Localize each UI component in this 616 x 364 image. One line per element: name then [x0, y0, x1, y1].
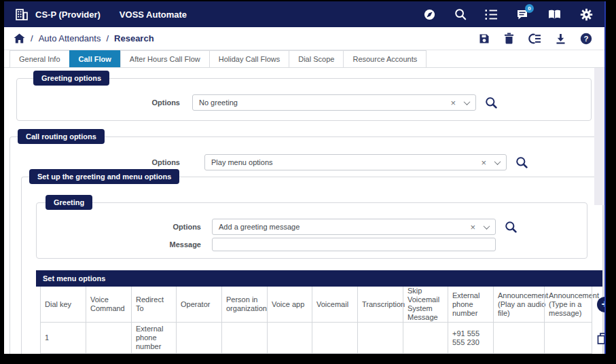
cell-transcription — [357, 323, 403, 354]
notifications-chat-icon[interactable]: 0 — [516, 8, 529, 20]
options-label: Options — [17, 98, 180, 107]
greeting-options-panel: Greeting options Options No greeting × — [16, 78, 592, 121]
lookup-search-icon[interactable] — [485, 96, 497, 109]
cell-dial-key: 1 — [40, 323, 86, 354]
options-label: Options — [10, 158, 180, 166]
task-list-icon[interactable] — [485, 9, 498, 20]
home-icon[interactable] — [14, 33, 25, 43]
lookup-search-icon[interactable] — [515, 156, 528, 168]
clear-selection-icon[interactable]: × — [481, 158, 486, 167]
call-routing-field: Options Play menu options × — [10, 154, 603, 170]
breadcrumb-separator: / — [106, 33, 109, 43]
greeting-message-field: Message — [37, 238, 587, 251]
options-label: Options — [37, 223, 201, 231]
greeting-panel: Greeting Options Add a greeting message … — [36, 202, 587, 259]
column-header-person-in-organization: Person in organization — [221, 287, 267, 323]
chevron-down-icon[interactable] — [484, 223, 490, 230]
tab-call-flow[interactable]: Call Flow — [69, 50, 120, 67]
menu-options-table: Dial key Voice Command Redirect To Opera… — [40, 287, 602, 354]
call-routing-select[interactable]: Play menu options × — [204, 154, 507, 170]
settings-gear-icon[interactable] — [580, 8, 593, 21]
export-download-icon[interactable] — [556, 33, 566, 44]
tab-general-info[interactable]: General Info — [10, 50, 69, 67]
app-title: VOSS Automate — [120, 10, 187, 20]
clone-actions-icon[interactable] — [528, 33, 541, 44]
column-header-announcement-message: Announcement (Type in a message) — [544, 287, 592, 323]
cell-external-phone-number: +91 555 555 230 — [448, 323, 493, 354]
delete-trash-icon[interactable] — [504, 33, 514, 44]
breadcrumb: / Auto Attendants / Research — [14, 33, 154, 43]
clear-selection-icon[interactable]: × — [470, 223, 475, 232]
documentation-book-icon[interactable] — [547, 9, 562, 20]
add-row-button[interactable]: + — [597, 297, 604, 312]
breadcrumb-separator: / — [31, 33, 33, 43]
cell-voicemail — [312, 323, 357, 354]
message-label: Message — [37, 240, 201, 249]
table-header-actions: + — [592, 287, 604, 323]
table-row: 1 External phone number +91 555 555 230 — [40, 323, 602, 354]
org-selector[interactable]: CS-P (Provider) — [35, 10, 101, 20]
cell-announcement-message — [544, 323, 592, 354]
column-header-voicemail: Voicemail — [312, 287, 357, 323]
row-actions — [592, 323, 604, 354]
organization-building-icon — [16, 9, 28, 20]
call-routing-options-panel: Call routing options Options Play menu o… — [10, 136, 604, 354]
tab-after-hours-call-flow[interactable]: After Hours Call Flow — [120, 50, 209, 67]
app-window: CS-P (Provider) VOSS Automate — [4, 1, 606, 354]
setup-greeting-menu-panel: Set up the greeting and menu options Gre… — [21, 177, 603, 354]
column-header-transcription: Transcription — [357, 287, 403, 323]
selected-value: No greeting — [199, 98, 238, 107]
brand: CS-P (Provider) — [16, 9, 101, 20]
column-header-announcement-audio: Announcement (Play an audio file) — [493, 287, 544, 323]
lookup-search-icon[interactable] — [505, 221, 517, 233]
tab-holiday-call-flows[interactable]: Holiday Call Flows — [209, 50, 289, 67]
top-app-bar: CS-P (Provider) VOSS Automate — [4, 1, 604, 27]
column-header-dial-key: Dial key — [40, 287, 86, 323]
set-menu-options-section: Set menu options Dial key Voice Command … — [36, 270, 602, 354]
selected-value: Add a greeting message — [219, 223, 300, 231]
cell-announcement-audio — [493, 323, 544, 354]
search-icon[interactable] — [454, 8, 467, 20]
cell-redirect-to: External phone number — [131, 323, 176, 354]
clear-selection-icon[interactable]: × — [450, 98, 456, 107]
greeting-message-select[interactable]: Add a greeting message × — [212, 219, 496, 235]
setup-panel-title: Set up the greeting and menu options — [29, 169, 179, 184]
cell-voice-command — [86, 323, 131, 354]
cell-person-in-organization — [221, 323, 267, 354]
column-header-voice-command: Voice Command — [86, 287, 131, 323]
column-header-operator: Operator — [176, 287, 221, 323]
column-header-external-phone-number: External phone number — [448, 287, 493, 323]
tab-strip: General Info Call Flow After Hours Call … — [4, 50, 604, 68]
topbar-actions: 0 — [423, 8, 593, 21]
call-routing-options-title: Call routing options — [18, 129, 105, 144]
table-header-row: Dial key Voice Command Redirect To Opera… — [40, 287, 602, 323]
tab-dial-scope[interactable]: Dial Scope — [289, 50, 343, 67]
greeting-options-select[interactable]: No greeting × — [192, 94, 476, 111]
chevron-down-icon[interactable] — [494, 158, 501, 165]
svg-text:?: ? — [583, 35, 588, 43]
message-input[interactable] — [212, 238, 496, 251]
cell-voice-app — [267, 323, 312, 354]
explore-compass-icon[interactable] — [423, 8, 436, 21]
greeting-title: Greeting — [46, 195, 92, 210]
copy-row-icon[interactable] — [597, 333, 604, 344]
help-icon[interactable]: ? — [580, 33, 592, 45]
notification-count-badge: 0 — [525, 4, 534, 13]
tab-resource-accounts[interactable]: Resource Accounts — [343, 50, 427, 67]
screenshot-frame: CS-P (Provider) VOSS Automate — [0, 0, 616, 364]
breadcrumb-item-current: Research — [114, 33, 154, 43]
selected-value: Play menu options — [211, 158, 273, 166]
column-header-redirect-to: Redirect To — [131, 287, 176, 323]
greeting-options-field: Options Add a greeting message × — [37, 219, 587, 235]
vertical-scrollbar[interactable] — [594, 68, 604, 205]
chevron-down-icon[interactable] — [464, 98, 471, 105]
cell-skip-voicemail-system-message — [403, 323, 448, 354]
column-header-skip-voicemail-system-message: Skip Voicemail System Message — [403, 287, 448, 323]
cell-operator — [176, 323, 221, 354]
breadcrumb-bar: / Auto Attendants / Research — [4, 27, 604, 50]
save-icon[interactable] — [479, 33, 490, 44]
breadcrumb-item-auto-attendants[interactable]: Auto Attendants — [39, 33, 101, 43]
plus-icon: + — [602, 298, 604, 310]
greeting-options-field: Options No greeting × — [17, 94, 591, 111]
column-header-voice-app: Voice app — [267, 287, 312, 323]
